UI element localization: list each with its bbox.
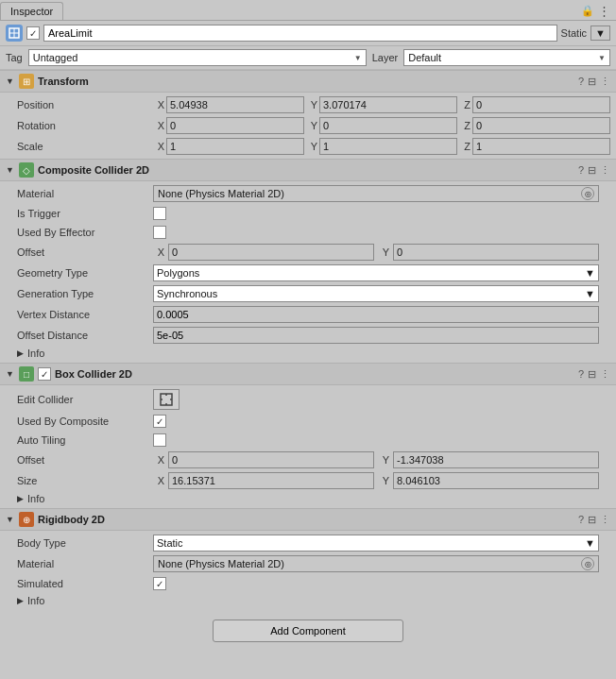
transform-menu-icon[interactable]: ⋮: [600, 76, 610, 88]
composite-offset-distance-row: Offset Distance: [0, 325, 616, 346]
composite-collider-icon: ◇: [19, 162, 34, 178]
object-header: Static ▼: [0, 21, 616, 46]
composite-offset-y-input[interactable]: [393, 244, 599, 261]
composite-generation-type-dropdown[interactable]: Synchronous ▼: [153, 285, 599, 302]
composite-geometry-type-dropdown[interactable]: Polygons ▼: [153, 264, 599, 281]
composite-material-value: None (Physics Material 2D): [158, 188, 284, 199]
transform-section-header: ▼ ⊞ Transform ? ⊟ ⋮: [0, 70, 616, 93]
position-y-label: Y: [306, 99, 317, 110]
object-name-field[interactable]: [43, 25, 557, 42]
inspector-body: Static ▼ Tag Untagged ▼ Layer Default ▼ …: [0, 21, 616, 652]
box-help-icon[interactable]: ?: [578, 368, 584, 381]
box-settings-icon[interactable]: ⊟: [588, 368, 596, 381]
composite-collider-body: Material None (Physics Material 2D) ◎ Is…: [0, 181, 616, 363]
add-component-button[interactable]: Add Component: [213, 620, 403, 642]
transform-settings-icon[interactable]: ⊟: [588, 76, 596, 88]
composite-offset-label: Offset: [17, 246, 149, 258]
position-z-input[interactable]: [472, 96, 610, 113]
composite-collapse-icon[interactable]: ▼: [6, 165, 15, 175]
position-x-label: X: [153, 99, 164, 110]
rigidbody-material-target[interactable]: ◎: [581, 557, 594, 570]
composite-generation-type-label: Generation Type: [17, 288, 149, 299]
composite-offset-x-input[interactable]: [168, 244, 374, 261]
active-checkbox[interactable]: [26, 26, 40, 40]
inspector-tab[interactable]: Inspector: [0, 2, 63, 20]
rotation-z-input[interactable]: [472, 117, 610, 134]
layer-dropdown[interactable]: Default ▼: [403, 49, 610, 66]
composite-used-by-effector-checkbox[interactable]: [153, 226, 166, 239]
box-offset-x-input[interactable]: [168, 451, 374, 468]
box-offset-row: Offset X Y: [0, 450, 616, 470]
rotation-y-label: Y: [306, 120, 317, 131]
rigidbody-help-icon[interactable]: ?: [578, 514, 584, 526]
box-size-x-label: X: [153, 475, 164, 486]
scale-value: X Y Z: [153, 138, 610, 155]
box-collider-section-header: ▼ □ Box Collider 2D ? ⊟ ⋮: [0, 363, 616, 385]
rigidbody-settings-icon[interactable]: ⊟: [588, 514, 596, 526]
box-menu-icon[interactable]: ⋮: [600, 368, 610, 381]
rigidbody-body-type-dropdown[interactable]: Static ▼: [153, 535, 599, 552]
rotation-value: X Y Z: [153, 117, 610, 134]
lock-icon[interactable]: 🔒: [581, 5, 594, 17]
composite-geometry-type-arrow: ▼: [585, 267, 595, 279]
tag-arrow: ▼: [354, 54, 362, 62]
box-info-triangle[interactable]: ▶: [17, 494, 24, 503]
composite-material-target[interactable]: ◎: [581, 187, 594, 200]
box-offset-label: Offset: [17, 454, 149, 466]
composite-vertex-distance-row: Vertex Distance: [0, 304, 616, 325]
box-collapse-icon[interactable]: ▼: [6, 369, 15, 379]
composite-is-trigger-checkbox[interactable]: [153, 207, 166, 220]
transform-collapse-icon[interactable]: ▼: [6, 76, 15, 86]
rotation-x-input[interactable]: [166, 117, 304, 134]
composite-settings-icon[interactable]: ⊟: [588, 164, 596, 177]
transform-header-icons: ? ⊟ ⋮: [578, 76, 610, 88]
rigidbody-info-row: ▶ Info: [0, 593, 616, 608]
rotation-x-label: X: [153, 120, 164, 131]
composite-is-trigger-label: Is Trigger: [17, 208, 149, 219]
composite-offset-x-label: X: [153, 246, 164, 258]
position-label: Position: [17, 99, 149, 110]
composite-used-by-effector-label: Used By Effector: [17, 227, 149, 238]
box-size-y-input[interactable]: [393, 472, 599, 489]
rigidbody-info-triangle[interactable]: ▶: [17, 596, 24, 605]
composite-help-icon[interactable]: ?: [578, 164, 584, 177]
box-used-by-composite-checkbox[interactable]: [153, 415, 166, 428]
transform-icon: ⊞: [19, 74, 34, 89]
rigidbody-collapse-icon[interactable]: ▼: [6, 515, 15, 524]
box-auto-tiling-checkbox[interactable]: [153, 433, 166, 447]
rigidbody-icon: ⊕: [19, 512, 34, 527]
scale-x-label: X: [153, 141, 164, 152]
menu-icon[interactable]: ⋮: [598, 4, 610, 18]
position-y-input[interactable]: [319, 96, 457, 113]
box-offset-x-label: X: [153, 454, 164, 466]
position-x-input[interactable]: [166, 96, 304, 113]
composite-collider-title: Composite Collider 2D: [38, 164, 574, 176]
rigidbody-section-header: ▼ ⊕ Rigidbody 2D ? ⊟ ⋮: [0, 508, 616, 531]
composite-menu-icon[interactable]: ⋮: [600, 164, 610, 177]
rigidbody-menu-icon[interactable]: ⋮: [600, 514, 610, 526]
edit-collider-button[interactable]: [153, 389, 180, 410]
box-size-x-input[interactable]: [168, 472, 374, 489]
static-dropdown[interactable]: ▼: [590, 25, 610, 41]
composite-geometry-type-label: Geometry Type: [17, 267, 149, 279]
composite-vertex-distance-input[interactable]: [153, 306, 599, 323]
box-offset-y-label: Y: [378, 454, 389, 466]
scale-label: Scale: [17, 141, 149, 152]
box-info-label: Info: [27, 493, 44, 504]
static-dropdown-arrow: ▼: [595, 27, 606, 39]
rigidbody-title: Rigidbody 2D: [38, 514, 574, 525]
tag-dropdown[interactable]: Untagged ▼: [28, 49, 367, 66]
rigidbody-simulated-checkbox[interactable]: [153, 577, 166, 590]
composite-info-triangle[interactable]: ▶: [17, 348, 24, 358]
composite-offset-distance-input[interactable]: [153, 327, 599, 344]
box-offset-y-input[interactable]: [393, 451, 599, 468]
box-collider-active-checkbox[interactable]: [38, 367, 51, 381]
transform-help-icon[interactable]: ?: [578, 76, 584, 88]
scale-y-input[interactable]: [319, 138, 457, 155]
scale-x-input[interactable]: [166, 138, 304, 155]
scale-z-input[interactable]: [472, 138, 610, 155]
rotation-z-label: Z: [459, 120, 471, 131]
rigidbody-body-type-row: Body Type Static ▼: [0, 533, 616, 553]
box-size-value: X Y: [153, 472, 599, 489]
rotation-y-input[interactable]: [319, 117, 457, 134]
